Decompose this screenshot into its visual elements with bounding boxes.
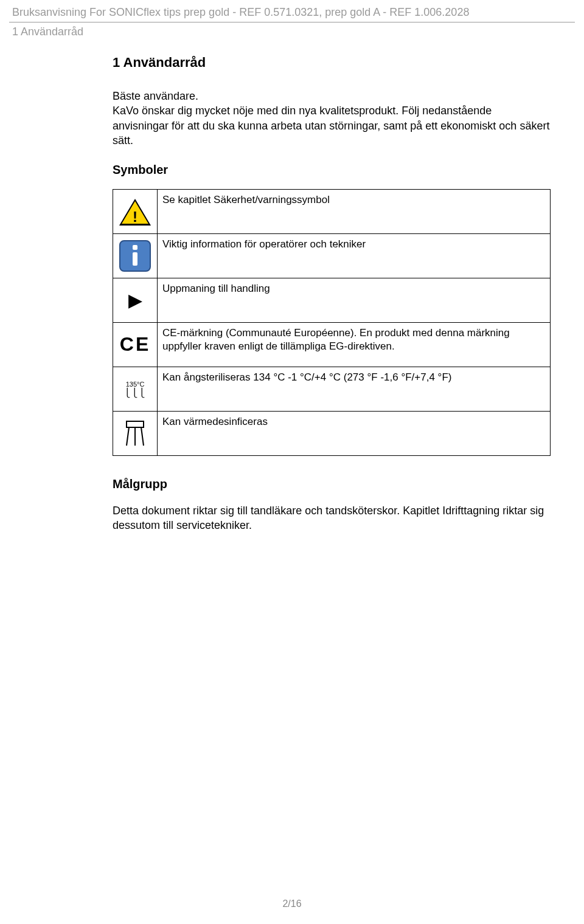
- table-row: ! Se kapitlet Säkerhet/varningssymbol: [113, 190, 551, 234]
- symbol-text: Kan värmedesinficeras: [158, 412, 551, 456]
- symbols-table: ! Se kapitlet Säkerhet/varningssymbol Vi…: [113, 189, 551, 456]
- action-arrow-icon: ▶: [113, 278, 158, 323]
- info-icon: [113, 234, 158, 278]
- table-row: CE CE-märkning (Communauté Européenne). …: [113, 323, 551, 367]
- svg-line-1: [127, 427, 129, 446]
- intro-rest: KaVo önskar dig mycket nöje med din nya …: [113, 105, 549, 147]
- target-heading: Målgrupp: [113, 477, 551, 491]
- ce-mark-icon: CE: [113, 323, 158, 367]
- page: Bruksanvisning For SONICflex tips prep g…: [0, 0, 584, 924]
- symbol-text: Viktig information för operatörer och te…: [158, 234, 551, 278]
- sterilize-icon: 135°C ⎩⎩⎩: [113, 367, 158, 412]
- header-title: Bruksanvisning For SONICflex tips prep g…: [12, 6, 469, 19]
- warning-icon: !: [113, 190, 158, 234]
- svg-rect-0: [127, 421, 144, 427]
- symbols-heading: Symboler: [113, 163, 551, 177]
- table-row: Kan värmedesinficeras: [113, 412, 551, 456]
- intro-line1: Bäste användare.: [113, 90, 198, 102]
- page-number: 2/16: [0, 898, 584, 909]
- target-paragraph: Detta dokument riktar sig till tandläkar…: [113, 503, 551, 533]
- symbol-text: Uppmaning till handling: [158, 278, 551, 323]
- header-subtitle: 1 Användarråd: [12, 26, 83, 38]
- section-heading: 1 Användarråd: [113, 55, 551, 71]
- symbol-text: Se kapitlet Säkerhet/varningssymbol: [158, 190, 551, 234]
- content-area: 1 Användarråd Bäste användare. KaVo önsk…: [113, 55, 551, 533]
- svg-line-2: [141, 427, 144, 446]
- table-row: 135°C ⎩⎩⎩ Kan ångsteriliseras 134 °C -1 …: [113, 367, 551, 412]
- table-row: ▶ Uppmaning till handling: [113, 278, 551, 323]
- intro-paragraph: Bäste användare. KaVo önskar dig mycket …: [113, 89, 551, 148]
- symbol-text: Kan ångsteriliseras 134 °C -1 °C/+4 °C (…: [158, 367, 551, 412]
- header-rule: [9, 22, 575, 22]
- symbol-text: CE-märkning (Communauté Européenne). En …: [158, 323, 551, 367]
- table-row: Viktig information för operatörer och te…: [113, 234, 551, 278]
- thermo-disinfect-icon: [113, 412, 158, 456]
